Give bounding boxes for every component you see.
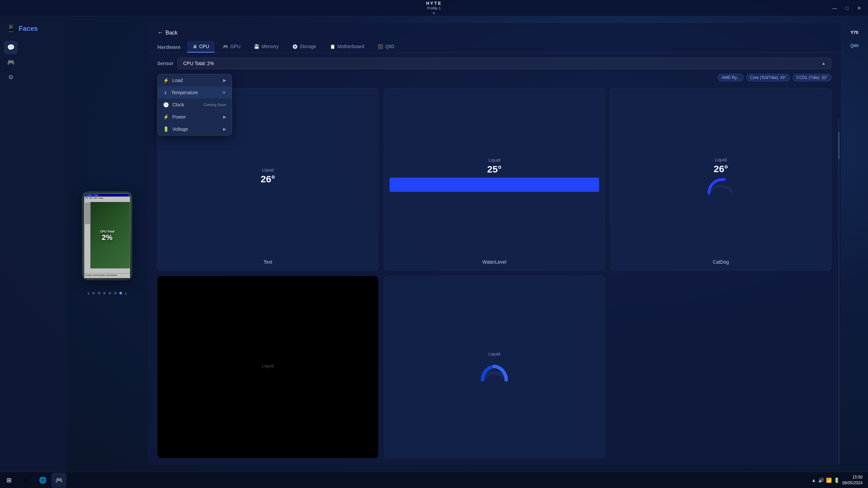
face-card-catdog[interactable]: Liquid 26° CatDog — [610, 88, 831, 270]
titlebar: HYTE Profile 1 ▾ — □ ✕ — [0, 0, 868, 16]
minimize-button[interactable]: — — [830, 3, 840, 13]
titlebar-controls: — □ ✕ — [830, 0, 864, 16]
back-button[interactable]: ← Back — [157, 29, 178, 36]
tab-storage[interactable]: 💿 Storage — [287, 41, 322, 53]
page-next-arrow[interactable]: › — [125, 290, 127, 297]
sidebar-item-faces[interactable]: 💬 — [4, 41, 18, 54]
maximize-button[interactable]: □ — [842, 3, 852, 13]
temperature-close-icon[interactable]: ✕ — [222, 90, 226, 95]
face-black-type: Liquid — [262, 363, 274, 368]
right-label-y70[interactable]: Y70 — [850, 30, 858, 35]
close-button[interactable]: ✕ — [854, 3, 864, 13]
q60-tab-icon: ⬛ — [378, 44, 383, 49]
tray-network-icon[interactable]: 📶 — [826, 477, 832, 483]
catdog-arc-svg — [706, 175, 736, 195]
face-card-arc[interactable]: Liquid — [384, 276, 605, 458]
face-text-type: Liquid — [261, 167, 275, 172]
memory-tab-label: Memory — [261, 44, 279, 49]
sensor-dropdown-menu: ⚡ Load ▶ 🌡 Temperature ✕ 🕐 Clock — [157, 74, 232, 136]
page-dot-1[interactable] — [92, 292, 95, 294]
temperature-label: Temperature — [171, 90, 198, 95]
face-cd-value: 26° — [714, 164, 728, 175]
storage-tab-label: Storage — [300, 44, 316, 49]
sensor-dropdown-trigger[interactable]: CPU Total: 2% ▲ — [177, 58, 831, 69]
gpu-tab-label: GPU — [230, 44, 240, 49]
voltage-arrow-icon: ▶ — [223, 127, 226, 131]
face-card-black[interactable]: Liquid — [157, 276, 378, 458]
load-label: Load — [172, 78, 183, 83]
dropdown-item-clock-left: 🕐 Clock — [163, 102, 184, 107]
taskbar-app-browser[interactable]: 🌐 — [35, 473, 50, 488]
titlebar-chevron-icon[interactable]: ▾ — [433, 11, 435, 15]
taskbar-clock[interactable]: 15:50 08/05/2024 — [842, 474, 863, 486]
back-arrow-icon: ← — [157, 29, 163, 36]
sidebar-item-devices[interactable]: 🎮 — [4, 56, 18, 69]
tray-battery-icon[interactable]: 🔋 — [834, 477, 840, 483]
tab-memory[interactable]: 💾 Memory — [249, 41, 284, 53]
sensor-info-row: S... AMD Ry... Core (Tctl/Tdie): 43° CCD… — [148, 74, 841, 85]
dropdown-item-temperature[interactable]: 🌡 Temperature ✕ — [158, 86, 232, 99]
face-wl-value: 25° — [487, 164, 501, 175]
load-arrow-icon: ▶ — [223, 78, 226, 83]
tab-motherboard[interactable]: 📋 Motherboard — [324, 41, 370, 53]
chip-tag-core[interactable]: Core (Tctl/Tdie): 43° — [746, 74, 790, 81]
face-black-visual: Liquid — [163, 283, 373, 450]
dropdown-item-power[interactable]: ⚡ Power ▶ — [158, 111, 232, 123]
sidebar-header: 📱 Faces — [0, 24, 66, 41]
page-prev-arrow[interactable]: ‹ — [87, 290, 90, 297]
cpu-tab-label: CPU — [199, 44, 209, 49]
face-text-value: 26° — [261, 174, 275, 185]
dropdown-item-voltage-left: 🔋 Voltage — [163, 126, 188, 132]
taskbar-right: ▲ 🔊 📶 🔋 15:50 08/05/2024 — [811, 474, 868, 486]
voltage-icon: 🔋 — [163, 126, 169, 132]
chip-tag-amd[interactable]: AMD Ry... — [718, 74, 744, 81]
face-wl-name: WaterLevel — [482, 259, 506, 265]
tray-expand-icon[interactable]: ▲ — [811, 477, 816, 483]
page-dot-6[interactable] — [119, 292, 122, 294]
main-panel: ← Back Hardware 🖥 CPU 🎮 GPU 💾 Memory 💿 S… — [148, 23, 841, 465]
face-waterlevel-visual: Liquid 25° — [390, 95, 599, 257]
tray-volume-icon[interactable]: 🔊 — [818, 477, 824, 483]
page-dot-5[interactable] — [114, 292, 117, 294]
pagination: ‹ › — [87, 290, 127, 297]
tab-cpu[interactable]: 🖥 CPU — [187, 41, 215, 53]
temperature-icon: 🌡 — [163, 90, 168, 95]
taskbar-app-file-explorer[interactable]: 🗂 — [19, 473, 34, 488]
page-dot-3[interactable] — [103, 292, 106, 294]
face-arc-visual: Liquid — [390, 283, 599, 450]
tab-gpu[interactable]: 🎮 GPU — [217, 41, 246, 53]
clock-time: 15:50 — [842, 474, 863, 480]
water-level-bar — [390, 178, 599, 192]
phone-paint-window: untitled - Paint x FileEditViewImage — [84, 194, 130, 278]
face-text-name: Text — [263, 259, 272, 265]
dropdown-item-voltage[interactable]: 🔋 Voltage ▶ — [158, 123, 232, 135]
sidebar-item-settings[interactable]: ⚙ — [4, 70, 18, 84]
q60-tab-label: Q60 — [385, 44, 394, 49]
app-container: 📱 Faces 💬 🎮 ⚙ Y70 Q60 untitled - Paint x — [0, 16, 868, 472]
chip-tag-ccd1[interactable]: CCD1 (Tdie): 32° — [793, 74, 831, 81]
dropdown-item-power-left: ⚡ Power — [163, 114, 186, 120]
titlebar-center: HYTE Profile 1 ▾ — [426, 1, 442, 15]
sensor-chip-tags: AMD Ry... Core (Tctl/Tdie): 43° CCD1 (Td… — [718, 74, 831, 81]
sensor-dropdown-icon: ▲ — [822, 61, 826, 66]
dropdown-item-temp-left: 🌡 Temperature — [163, 90, 198, 95]
dropdown-item-load[interactable]: ⚡ Load ▶ — [158, 74, 232, 86]
phone-canvas — [91, 202, 130, 268]
load-icon: ⚡ — [163, 78, 169, 83]
system-tray: ▲ 🔊 📶 🔋 — [811, 477, 840, 483]
back-label: Back — [165, 30, 178, 36]
page-dot-2[interactable] — [98, 292, 100, 294]
cpu-tab-icon: 🖥 — [193, 44, 197, 49]
gpu-tab-icon: 🎮 — [223, 44, 228, 49]
dropdown-item-clock[interactable]: 🕐 Clock Coming Soon — [158, 99, 232, 111]
face-card-waterlevel[interactable]: Liquid 25° WaterLevel — [384, 88, 605, 270]
tab-q60[interactable]: ⬛ Q60 — [372, 41, 399, 53]
phone-paint-status: For Help, click Help Topics on the Help … — [84, 273, 130, 278]
page-dot-4[interactable] — [108, 292, 111, 294]
start-button[interactable]: ⊞ — [0, 472, 18, 488]
memory-tab-icon: 💾 — [254, 44, 259, 49]
scroll-indicator — [838, 119, 840, 464]
right-label-q60[interactable]: Q60 — [850, 43, 859, 48]
face-catdog-visual: Liquid 26° — [616, 95, 826, 257]
taskbar-app-game[interactable]: 🎮 — [52, 473, 66, 488]
